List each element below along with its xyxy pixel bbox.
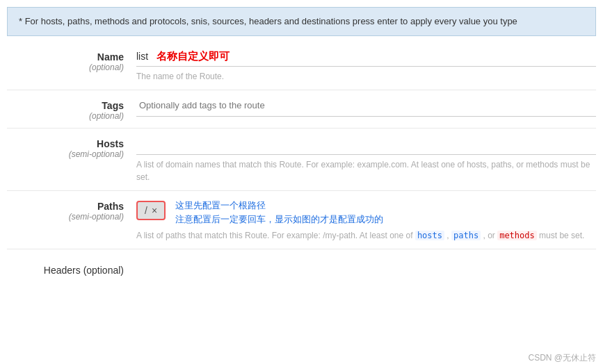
name-value: list — [136, 51, 148, 62]
paths-sublabel: (semi-optional) — [7, 212, 124, 222]
name-description: The name of the Route. — [136, 70, 596, 83]
paths-annotation-line2: 注意配置后一定要回车，显示如图的才是配置成功的 — [175, 213, 383, 226]
paths-annotation: 这里先配置一个根路径 注意配置后一定要回车，显示如图的才是配置成功的 — [175, 199, 383, 226]
name-row: Name (optional) list 名称自定义即可 The name of… — [7, 47, 596, 90]
paths-label-col: Paths (semi-optional) — [7, 197, 136, 242]
paths-desc-prefix: A list of paths that match this Route. F… — [136, 231, 415, 240]
path-tag-text: / — [145, 205, 147, 216]
paths-desc-hosts-code: hosts — [415, 231, 444, 240]
name-sublabel: (optional) — [7, 63, 124, 72]
paths-input-col: / × 这里先配置一个根路径 注意配置后一定要回车，显示如图的才是配置成功的 A… — [136, 197, 596, 242]
watermark: CSDN @无休止符 — [528, 352, 596, 364]
paths-row: Paths (semi-optional) / × 这里先配置一个根路径 注意配… — [7, 197, 596, 249]
tags-label: Tags — [7, 100, 124, 111]
headers-row: Headers (optional) — [7, 255, 596, 276]
paths-desc-suffix: must be set. — [539, 231, 584, 240]
name-label-col: Name (optional) — [7, 47, 136, 83]
headers-input-col — [136, 260, 596, 276]
hosts-label: Hosts — [7, 138, 124, 149]
page-wrapper: * For hosts, paths, methods and protocol… — [0, 7, 603, 364]
tags-row: Tags (optional) — [7, 96, 596, 129]
headers-label-col: Headers (optional) — [7, 260, 136, 276]
paths-row-content: / × 这里先配置一个根路径 注意配置后一定要回车，显示如图的才是配置成功的 — [136, 199, 596, 226]
paths-desc-methods-code: methods — [497, 231, 537, 240]
info-banner: * For hosts, paths, methods and protocol… — [7, 7, 596, 36]
name-label: Name — [7, 51, 124, 63]
path-tag[interactable]: / × — [136, 201, 166, 220]
tags-input-area[interactable] — [136, 99, 596, 117]
path-remove-button[interactable]: × — [152, 206, 157, 215]
hosts-sublabel: (semi-optional) — [7, 149, 124, 159]
hosts-description: A list of domain names that match this R… — [136, 158, 596, 183]
headers-sublabel: (optional) — [83, 265, 124, 276]
hosts-label-col: Hosts (semi-optional) — [7, 134, 136, 183]
banner-text: * For hosts, paths, methods and protocol… — [19, 16, 517, 26]
paths-annotation-line1: 这里先配置一个根路径 — [175, 199, 383, 212]
tags-sublabel: (optional) — [7, 111, 124, 121]
hosts-input-area[interactable] — [136, 137, 596, 155]
hosts-input-col: A list of domain names that match this R… — [136, 134, 596, 183]
headers-label: Headers — [44, 265, 81, 276]
paths-desc-paths-code: paths — [451, 231, 481, 240]
form-area: Name (optional) list 名称自定义即可 The name of… — [0, 47, 603, 276]
tags-label-col: Tags (optional) — [7, 96, 136, 121]
name-annotation: 名称自定义即可 — [156, 50, 230, 63]
paths-description: A list of paths that match this Route. F… — [136, 229, 596, 242]
tags-input[interactable] — [136, 99, 596, 113]
paths-label: Paths — [7, 201, 124, 212]
tags-input-col — [136, 96, 596, 121]
paths-desc-middle: , — [447, 231, 451, 240]
name-input-col: list 名称自定义即可 The name of the Route. — [136, 47, 596, 83]
paths-desc-middle2: , or — [483, 231, 497, 240]
hosts-row: Hosts (semi-optional) A list of domain n… — [7, 134, 596, 191]
hosts-input[interactable] — [136, 137, 596, 151]
name-row-top: list 名称自定义即可 — [136, 50, 596, 67]
